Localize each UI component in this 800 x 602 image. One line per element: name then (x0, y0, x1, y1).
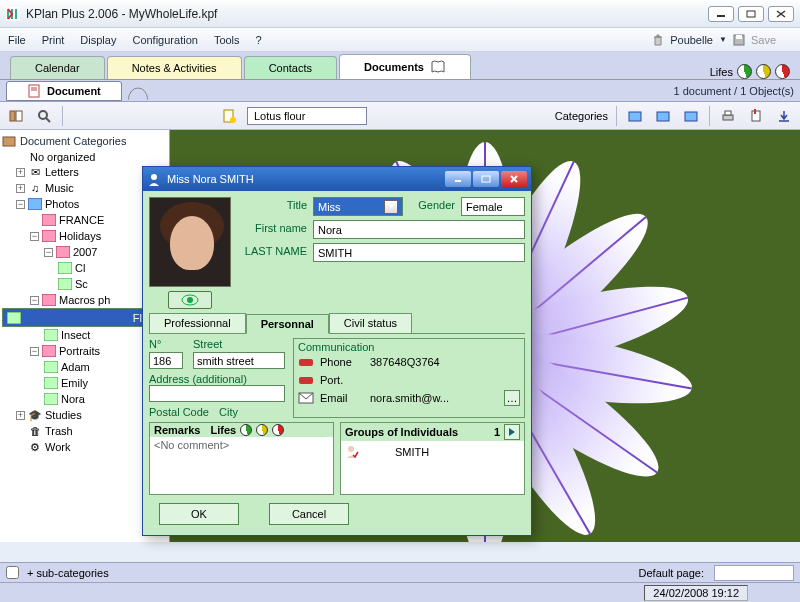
window-close-button[interactable] (768, 6, 794, 22)
lifes-label: Lifes (710, 66, 733, 78)
phone-value: 387648Q3764 (370, 356, 440, 368)
cat-btn-2[interactable] (653, 106, 673, 126)
cancel-label: Cancel (292, 508, 326, 520)
cancel-button[interactable]: Cancel (269, 503, 349, 525)
dialog-minimize-button[interactable] (445, 171, 471, 187)
email-label: Email (320, 392, 364, 404)
ok-button[interactable]: OK (159, 503, 239, 525)
street-label: Street (193, 338, 285, 350)
life-red-icon[interactable] (775, 64, 790, 79)
attach-button[interactable] (746, 106, 766, 126)
gender-field[interactable]: Female (461, 197, 525, 216)
life-red-icon-2[interactable] (272, 424, 284, 436)
trash-icon (652, 34, 664, 46)
postal-label: Postal Code (149, 406, 209, 418)
port-label: Port. (320, 374, 343, 386)
dialog-title: Miss Nora SMITH (167, 173, 254, 185)
svg-rect-14 (629, 112, 641, 121)
svg-rect-36 (482, 176, 490, 182)
view-photo-button[interactable] (168, 291, 212, 309)
menu-display[interactable]: Display (80, 34, 116, 46)
svg-rect-29 (44, 329, 58, 341)
street-field[interactable]: smith street (193, 352, 285, 369)
groups-list[interactable]: SMITH (341, 441, 524, 494)
number-field[interactable]: 186 (149, 352, 183, 369)
subtab-personal[interactable]: Personnal (246, 314, 329, 334)
menu-print[interactable]: Print (42, 34, 65, 46)
tab-contacts[interactable]: Contacts (244, 56, 337, 79)
svg-rect-15 (657, 112, 669, 121)
person-check-icon (345, 445, 359, 459)
window-title: KPlan Plus 2.006 - MyWholeLife.kpf (26, 7, 217, 21)
groups-next-button[interactable] (504, 424, 520, 440)
svg-rect-21 (28, 198, 42, 210)
life-yellow-icon[interactable] (756, 64, 771, 79)
menu-save[interactable]: Save (751, 34, 776, 46)
tree-toggle-button[interactable] (6, 106, 26, 126)
search-button[interactable] (34, 106, 54, 126)
svg-point-34 (151, 174, 157, 180)
svg-rect-9 (16, 111, 22, 121)
menu-configuration[interactable]: Configuration (132, 34, 197, 46)
life-yellow-icon-2[interactable] (256, 424, 268, 436)
remarks-panel: Remarks Lifes <No comment> (149, 422, 334, 495)
status-bar: + sub-categories Default page: 24/02/200… (0, 562, 800, 602)
chevron-down-icon: ▼ (384, 200, 398, 214)
new-doc-button[interactable] (219, 106, 239, 126)
dialog-maximize-button[interactable] (473, 171, 499, 187)
remarks-field[interactable]: <No comment> (150, 437, 333, 494)
blank-tab-icon[interactable] (128, 82, 148, 100)
window-minimize-button[interactable] (708, 6, 734, 22)
document-name-field[interactable]: Lotus flour (247, 107, 367, 125)
address-add-field[interactable] (149, 385, 285, 402)
svg-rect-22 (42, 214, 56, 226)
dialog-titlebar[interactable]: Miss Nora SMITH (143, 167, 531, 191)
lastname-value: SMITH (318, 247, 352, 259)
life-green-icon-2[interactable] (240, 424, 252, 436)
svg-rect-30 (42, 345, 56, 357)
tree-item-noorg[interactable]: No organized (2, 150, 167, 164)
tab-notes[interactable]: Notes & Activities (107, 56, 242, 79)
email-value: nora.smith@w... (370, 392, 449, 404)
gender-label: Gender (409, 197, 455, 216)
cat-btn-3[interactable] (681, 106, 701, 126)
window-maximize-button[interactable] (738, 6, 764, 22)
svg-point-38 (187, 297, 193, 303)
menu-file[interactable]: File (8, 34, 26, 46)
subtab-civil[interactable]: Civil status (329, 313, 412, 333)
tab-calendar-label: Calendar (35, 62, 80, 74)
default-page-field[interactable] (714, 565, 794, 581)
svg-rect-31 (44, 361, 58, 373)
cat-btn-1[interactable] (625, 106, 645, 126)
subcategories-checkbox[interactable] (6, 566, 19, 579)
document-subtab[interactable]: Document (6, 81, 122, 101)
categories-label: Categories (555, 110, 608, 122)
svg-rect-33 (44, 393, 58, 405)
tab-documents[interactable]: Documents (339, 54, 471, 79)
title-select[interactable]: Miss▼ (313, 197, 403, 216)
tab-calendar[interactable]: Calendar (10, 56, 105, 79)
lastname-label: LAST NAME (239, 243, 307, 262)
contact-subtabs: Professionnal Personnal Civil status (149, 313, 525, 334)
dropdown-arrow-icon[interactable]: ▼ (719, 35, 727, 44)
export-button[interactable] (774, 106, 794, 126)
dialog-close-button[interactable] (501, 171, 527, 187)
window-titlebar: KPlan Plus 2.006 - MyWholeLife.kpf (0, 0, 800, 28)
menu-tools[interactable]: Tools (214, 34, 240, 46)
life-green-icon[interactable] (737, 64, 752, 79)
svg-point-42 (348, 446, 354, 452)
lastname-field[interactable]: SMITH (313, 243, 525, 262)
print-button[interactable] (718, 106, 738, 126)
remarks-label: Remarks (154, 424, 200, 436)
tab-documents-label: Documents (364, 61, 424, 73)
svg-rect-18 (725, 111, 731, 115)
sub-header: Document 1 document / 1 Object(s) (0, 80, 800, 102)
subtab-professional[interactable]: Professionnal (149, 313, 246, 333)
firstname-field[interactable]: Nora (313, 220, 525, 239)
mobile-icon (298, 374, 314, 386)
menu-help[interactable]: ? (256, 34, 262, 46)
email-more-button[interactable]: … (504, 390, 520, 406)
svg-point-10 (39, 111, 47, 119)
menu-poubelle[interactable]: Poubelle (670, 34, 713, 46)
gender-value: Female (466, 201, 503, 213)
